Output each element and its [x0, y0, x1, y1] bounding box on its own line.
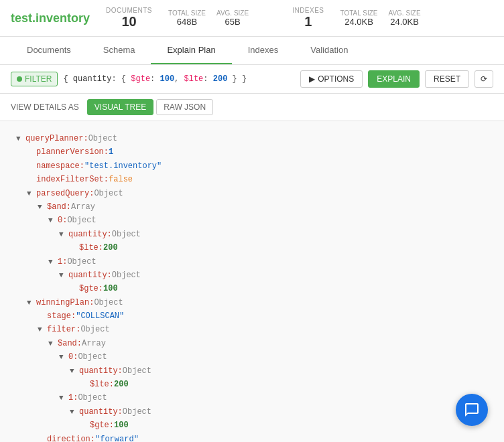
tree-row[interactable]: ▼quantity: Object	[16, 405, 488, 419]
tree-key: filter:	[47, 323, 80, 336]
tree-type: Object	[78, 350, 107, 364]
tree-key: 0:	[58, 214, 67, 227]
indexes-stat: INDEXES 1	[292, 7, 324, 29]
history-button[interactable]: ⟳	[475, 70, 493, 88]
tree-key: parsedQuery:	[36, 187, 94, 200]
tree-toggle[interactable]: ▼	[48, 214, 56, 227]
tree-key: plannerVersion:	[36, 145, 109, 159]
tree-row[interactable]: ▼quantity: Object	[16, 364, 488, 378]
tree-key: $lte:	[90, 378, 114, 391]
tree-row[interactable]: ▼queryPlanner: Object	[16, 132, 488, 145]
chat-button[interactable]	[456, 394, 488, 426]
tree-toggle[interactable]: ▼	[59, 269, 67, 282]
tree-toggle[interactable]: ▼	[27, 297, 35, 309]
tree-row[interactable]: ▼$and: Array	[16, 337, 488, 350]
documents-label: DOCUMENTS	[106, 7, 152, 14]
indexes-total-size-label: TOTAL SIZE	[340, 9, 378, 17]
total-size-stat: TOTAL SIZE 648B	[168, 9, 206, 27]
view-toggle-bar: VIEW DETAILS AS VISUAL TREE RAW JSON	[0, 94, 504, 121]
tree-key: stage:	[47, 309, 76, 323]
tree-key: queryPlanner:	[25, 132, 88, 145]
tree-key: $gte:	[90, 419, 114, 432]
app-logo: test.inventory	[11, 11, 90, 25]
tree-type: Object	[80, 323, 109, 336]
avg-size-stat: AVG. SIZE 65B	[216, 9, 249, 27]
tree-type: Object	[78, 391, 107, 404]
tree-toggle[interactable]: ▼	[16, 133, 24, 145]
tab-explain-plan[interactable]: Explain Plan	[151, 37, 231, 64]
tree-row[interactable]: ▼$and: Array	[16, 200, 488, 214]
tree-type: Object	[67, 214, 96, 227]
raw-json-button[interactable]: RAW JSON	[156, 99, 213, 115]
tree-toggle[interactable]: ▼	[48, 256, 56, 269]
tab-validation[interactable]: Validation	[294, 37, 364, 64]
tree-row[interactable]: ▼winningPlan: Object	[16, 296, 488, 309]
explain-button[interactable]: EXPLAIN	[368, 70, 420, 88]
tree-toggle[interactable]: ▼	[48, 338, 56, 350]
logo-test: test	[11, 11, 32, 25]
tree-row: namespace: "test.inventory"	[16, 159, 488, 173]
tree-toggle[interactable]: ▼	[70, 406, 78, 419]
tree-toggle[interactable]: ▼	[38, 323, 46, 336]
indexes-total-size-stat: TOTAL SIZE 24.0KB	[340, 9, 378, 27]
tree-value: 1	[109, 145, 113, 159]
tree-key: indexFilterSet:	[36, 173, 109, 186]
tree-row: $lte: 200	[16, 378, 488, 391]
tree-toggle[interactable]: ▼	[70, 365, 78, 378]
tree-row: $lte: 200	[16, 241, 488, 254]
avg-size-label: AVG. SIZE	[216, 9, 249, 17]
tree-row[interactable]: ▼quantity: Object	[16, 228, 488, 241]
tree-key: $and:	[58, 337, 82, 350]
filter-query: { quantity: { $gte: 100, $lte: 200 } }	[63, 72, 295, 86]
query-gte-op: $gte	[131, 74, 150, 84]
tree-type: Object	[112, 228, 141, 241]
tree-row[interactable]: ▼1: Object	[16, 255, 488, 269]
tree-type: Object	[88, 132, 117, 145]
tree-row: $gte: 100	[16, 419, 488, 432]
total-size-label: TOTAL SIZE	[168, 9, 206, 17]
history-icon: ⟳	[481, 74, 487, 84]
tree-value: 100	[103, 282, 118, 295]
query-gte-val: 100	[160, 74, 175, 84]
tree-toggle[interactable]: ▼	[27, 188, 35, 200]
reset-button[interactable]: RESET	[425, 70, 469, 88]
tree-row[interactable]: ▼1: Object	[16, 391, 488, 404]
tree-area: ▼queryPlanner: Object plannerVersion: 1 …	[0, 121, 504, 442]
tab-indexes[interactable]: Indexes	[232, 37, 295, 64]
tree-toggle[interactable]: ▼	[38, 201, 46, 214]
tree-row[interactable]: ▼0: Object	[16, 214, 488, 227]
tree-key: $and:	[47, 200, 71, 214]
tree-row[interactable]: ▼quantity: Object	[16, 269, 488, 282]
nav-tabs: Documents Schema Explain Plan Indexes Va…	[0, 37, 504, 65]
options-button[interactable]: ▶ OPTIONS	[300, 70, 363, 88]
tree-key: $gte:	[79, 282, 103, 295]
avg-size-value: 65B	[216, 17, 249, 27]
tree-key: 1:	[68, 391, 78, 404]
tree-value: "COLLSCAN"	[76, 309, 124, 323]
filter-dot	[17, 76, 22, 82]
tree-row: stage: "COLLSCAN"	[16, 309, 488, 323]
tree-value: 200	[114, 378, 129, 391]
tab-schema[interactable]: Schema	[87, 37, 151, 64]
tree-key: $lte:	[79, 241, 103, 254]
tree-row[interactable]: ▼filter: Object	[16, 323, 488, 336]
app-header: test.inventory DOCUMENTS 10 TOTAL SIZE 6…	[0, 0, 504, 37]
tree-toggle[interactable]: ▼	[59, 228, 67, 241]
tab-documents[interactable]: Documents	[11, 37, 87, 64]
tree-key: quantity:	[68, 269, 112, 282]
tree-row[interactable]: ▼parsedQuery: Object	[16, 187, 488, 200]
tree-toggle[interactable]: ▼	[59, 392, 67, 404]
tree-type: Object	[94, 187, 123, 200]
documents-value: 10	[106, 14, 152, 29]
visual-tree-button[interactable]: VISUAL TREE	[87, 99, 153, 115]
tree-key: namespace:	[36, 159, 84, 173]
tree-row[interactable]: ▼0: Object	[16, 350, 488, 364]
view-toggle-label: VIEW DETAILS AS	[11, 102, 79, 112]
chat-icon	[464, 402, 480, 418]
query-key-quantity: quantity	[73, 74, 112, 84]
tree-type: Object	[94, 296, 123, 309]
tree-value: false	[109, 173, 133, 186]
tree-content: ▼queryPlanner: Object plannerVersion: 1 …	[16, 132, 488, 442]
tree-row: $gte: 100	[16, 282, 488, 295]
tree-toggle[interactable]: ▼	[59, 351, 67, 364]
